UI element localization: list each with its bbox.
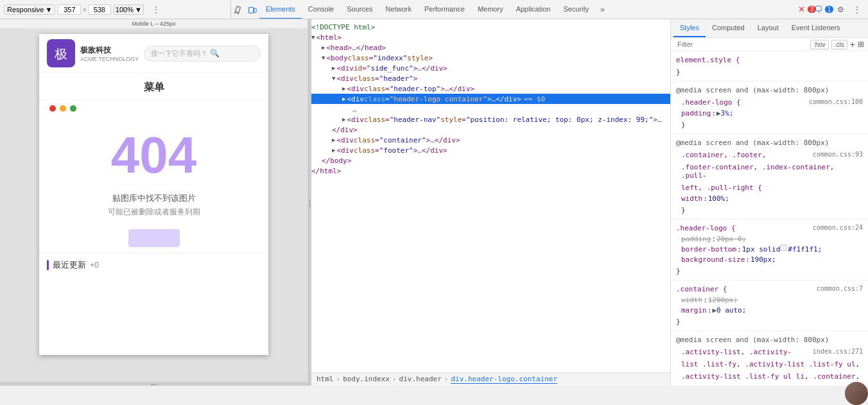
tab-performance[interactable]: Performance [418, 0, 471, 19]
filter-pseudo-button[interactable]: :hov [810, 40, 829, 49]
filter-cls-button[interactable]: .cls [831, 40, 847, 49]
dom-line-side-func[interactable]: ▶ <div id="side_func">…</div> [311, 63, 670, 73]
header-nav-arrow[interactable]: ▶ [342, 116, 345, 123]
mobile-page-header: 极 极敌科技 ACME TECHNOLOGY 搜一下它不香吗？ 🔍 [39, 34, 268, 73]
svg-rect-0 [249, 7, 254, 13]
dom-line-footer[interactable]: ▶ <div class="footer">…</div> [311, 145, 670, 155]
ellipsis-marker: … [352, 105, 357, 114]
warning-badge[interactable]: 🗨 1 [817, 3, 831, 17]
color-swatch[interactable] [780, 245, 786, 251]
resize-handle-horizontal[interactable]: — [0, 382, 308, 386]
tab-application[interactable]: Application [510, 0, 557, 19]
tab-security[interactable]: Security [557, 0, 595, 19]
viewport-height-input[interactable]: 538 [88, 4, 111, 15]
recent-update-section: 最近更新 +0 [39, 252, 268, 277]
error-code: 404 [39, 130, 268, 181]
css-rule-media-header-logo: @media screen and (max-width: 800px) .he… [671, 84, 868, 134]
tab-styles[interactable]: Styles [673, 19, 706, 37]
dom-tree[interactable]: <!DOCTYPE html> ▼ <html> ▶ <head>…</head… [311, 19, 670, 372]
breadcrumb-header[interactable]: div.header [399, 375, 442, 384]
html-arrow[interactable]: ▼ [311, 34, 315, 40]
header-arrow[interactable]: ▼ [332, 75, 335, 82]
dot-yellow [60, 105, 66, 112]
viewport-width-input[interactable]: 357 [58, 4, 81, 15]
error-action-button[interactable] [128, 229, 180, 247]
filter-icon-button[interactable]: ⊞ [858, 40, 864, 49]
ruler-label: Mobile L – 425px [0, 19, 308, 29]
breadcrumb-header-logo[interactable]: div.header-logo.container [451, 375, 557, 384]
site-logo: 极 [47, 39, 75, 67]
dot-red [49, 105, 56, 112]
header-logo-arrow[interactable]: ▶ [342, 96, 345, 102]
error-submessage: 可能已被删除或者服务到期 [39, 205, 268, 224]
dom-line-header-logo[interactable]: ▶ <div class="header-logo container">…</… [311, 94, 670, 104]
error-404-section: 404 [39, 117, 268, 187]
svg-text:极: 极 [54, 47, 67, 61]
dom-line-body-close[interactable]: </body> [311, 155, 670, 166]
tab-network[interactable]: Network [379, 0, 418, 19]
filter-input[interactable] [675, 39, 808, 49]
doctype-text: <!DOCTYPE html> [311, 23, 375, 31]
css-source-link-2[interactable]: common.css:93 [813, 151, 863, 158]
dom-line-html-close[interactable]: </html> [311, 166, 670, 176]
add-style-button[interactable]: + [850, 39, 855, 49]
styles-content[interactable]: element.style { } @media screen and (max… [671, 51, 868, 386]
mobile-frame: 极 极敌科技 ACME TECHNOLOGY 搜一下它不香吗？ 🔍 菜单 [39, 34, 268, 355]
recent-bar-indicator [47, 260, 49, 270]
menu-label: 菜单 [39, 73, 268, 100]
tab-elements[interactable]: Elements [259, 0, 302, 19]
inspect-icon[interactable] [231, 3, 245, 17]
tab-event-listeners[interactable]: Event Listeners [785, 19, 847, 37]
dom-line-div-close[interactable]: </div> [311, 125, 670, 135]
css-rule-media-large: @media screen and (max-width: 800px) .ac… [671, 334, 868, 386]
css-rule-header-logo: .header-logo { common.css:24 padding: 20… [671, 222, 868, 280]
dom-line-header[interactable]: ▼ <div class="header"> [311, 73, 670, 83]
tab-sources[interactable]: Sources [340, 0, 379, 19]
footer-arrow[interactable]: ▶ [332, 147, 335, 153]
zoom-select[interactable]: 100% ▼ [114, 4, 144, 15]
side-func-arrow[interactable]: ▶ [332, 65, 335, 71]
css-source-link-5[interactable]: index.css:271 [813, 348, 863, 355]
tab-layout[interactable]: Layout [751, 19, 785, 37]
body-arrow[interactable]: ▼ [322, 55, 325, 61]
breadcrumb-body[interactable]: body.indexx [343, 375, 390, 384]
viewport-dims: 357 × 538 [58, 4, 110, 15]
more-options-icon[interactable]: ⋮ [149, 3, 163, 17]
css-source-link-3[interactable]: common.css:24 [813, 224, 863, 231]
head-arrow[interactable]: ▶ [322, 44, 325, 51]
viewport-mode-select[interactable]: Responsive ▼ [4, 4, 55, 15]
css-source-link[interactable]: common.css:100 [809, 98, 863, 105]
search-placeholder: 搜一下它不香吗？ [151, 49, 207, 58]
error-badge[interactable]: ✕ 3 [800, 3, 814, 17]
preview-content[interactable]: 极 极敌科技 ACME TECHNOLOGY 搜一下它不香吗？ 🔍 菜单 [0, 29, 308, 382]
dom-line-ellipsis[interactable]: … [311, 104, 670, 114]
dom-line-html[interactable]: ▼ <html> [311, 32, 670, 42]
dom-line-body[interactable]: ▼ <body class="indexx" style> [311, 53, 670, 63]
css-source-link-4[interactable]: common.css:7 [817, 285, 863, 292]
recent-plus: +0 [90, 261, 99, 270]
dom-line-header-top[interactable]: ▶ <div class="header-top">…</div> [311, 83, 670, 94]
dom-line-container[interactable]: ▶ <div class="container">…</div> [311, 135, 670, 145]
search-bar[interactable]: 搜一下它不香吗？ 🔍 [144, 46, 261, 62]
breadcrumb-html[interactable]: html [317, 375, 334, 384]
device-mode-icon[interactable] [245, 3, 259, 17]
css-rule-media-container: @media screen and (max-width: 800px) .co… [671, 137, 868, 220]
tab-console[interactable]: Console [302, 0, 340, 19]
dots-row [39, 100, 268, 117]
top-toolbar: Responsive ▼ 357 × 538 100% ▼ ⋮ Elements… [0, 0, 868, 19]
dom-line-header-nav[interactable]: ▶ <div class="header-nav" style="positio… [311, 114, 670, 125]
breadcrumb-bar: html › body.indexx › div.header › div.he… [311, 372, 670, 386]
tab-memory[interactable]: Memory [471, 0, 510, 19]
dom-panel: <!DOCTYPE html> ▼ <html> ▶ <head>…</head… [311, 19, 671, 386]
settings-icon[interactable]: ⚙ [833, 3, 847, 17]
tab-computed[interactable]: Computed [706, 19, 751, 37]
header-top-arrow[interactable]: ▶ [342, 85, 345, 92]
logo-text-secondary: ACME TECHNOLOGY [80, 56, 139, 62]
dom-line-head[interactable]: ▶ <head>…</head> [311, 42, 670, 53]
more-tabs-icon[interactable]: » [595, 3, 609, 17]
container-arrow[interactable]: ▶ [332, 137, 335, 143]
recent-label: 最近更新 [53, 259, 86, 271]
svg-rect-1 [254, 8, 257, 12]
more-devtools-icon[interactable]: ⋮ [850, 3, 864, 17]
dom-line-doctype[interactable]: <!DOCTYPE html> [311, 22, 670, 32]
